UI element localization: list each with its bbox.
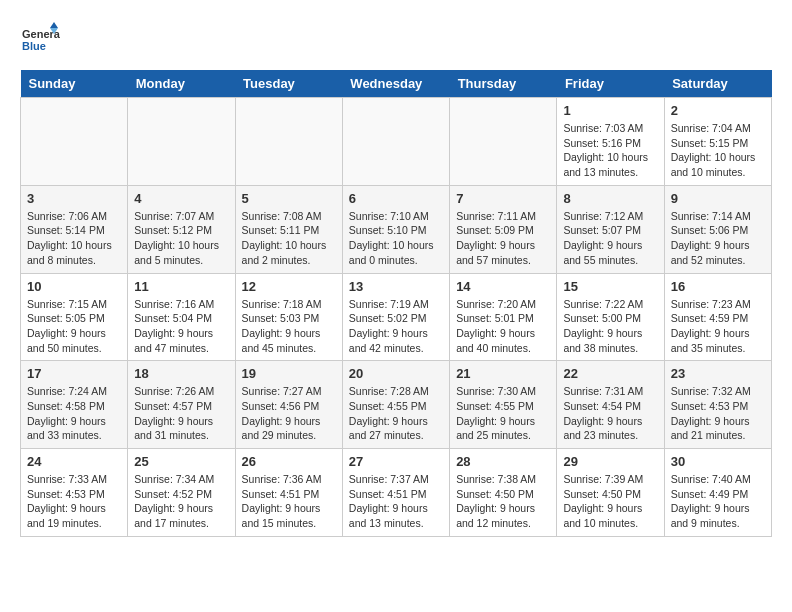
calendar-cell: 28Sunrise: 7:38 AM Sunset: 4:50 PM Dayli… bbox=[450, 449, 557, 537]
calendar-cell: 26Sunrise: 7:36 AM Sunset: 4:51 PM Dayli… bbox=[235, 449, 342, 537]
day-number: 8 bbox=[563, 191, 657, 206]
day-info: Sunrise: 7:07 AM Sunset: 5:12 PM Dayligh… bbox=[134, 209, 228, 268]
calendar-cell: 10Sunrise: 7:15 AM Sunset: 5:05 PM Dayli… bbox=[21, 273, 128, 361]
day-number: 22 bbox=[563, 366, 657, 381]
svg-text:Blue: Blue bbox=[22, 40, 46, 52]
calendar-body: 1Sunrise: 7:03 AM Sunset: 5:16 PM Daylig… bbox=[21, 98, 772, 537]
day-number: 2 bbox=[671, 103, 765, 118]
day-number: 13 bbox=[349, 279, 443, 294]
day-number: 17 bbox=[27, 366, 121, 381]
day-info: Sunrise: 7:23 AM Sunset: 4:59 PM Dayligh… bbox=[671, 297, 765, 356]
day-of-week-header: Monday bbox=[128, 70, 235, 98]
calendar-cell bbox=[235, 98, 342, 186]
day-info: Sunrise: 7:37 AM Sunset: 4:51 PM Dayligh… bbox=[349, 472, 443, 531]
calendar-cell: 17Sunrise: 7:24 AM Sunset: 4:58 PM Dayli… bbox=[21, 361, 128, 449]
day-number: 15 bbox=[563, 279, 657, 294]
calendar-cell: 20Sunrise: 7:28 AM Sunset: 4:55 PM Dayli… bbox=[342, 361, 449, 449]
day-info: Sunrise: 7:15 AM Sunset: 5:05 PM Dayligh… bbox=[27, 297, 121, 356]
day-of-week-header: Friday bbox=[557, 70, 664, 98]
calendar-cell bbox=[128, 98, 235, 186]
day-number: 23 bbox=[671, 366, 765, 381]
day-number: 10 bbox=[27, 279, 121, 294]
day-info: Sunrise: 7:26 AM Sunset: 4:57 PM Dayligh… bbox=[134, 384, 228, 443]
day-info: Sunrise: 7:31 AM Sunset: 4:54 PM Dayligh… bbox=[563, 384, 657, 443]
day-number: 29 bbox=[563, 454, 657, 469]
header: General Blue bbox=[20, 20, 772, 60]
day-number: 16 bbox=[671, 279, 765, 294]
calendar-cell: 29Sunrise: 7:39 AM Sunset: 4:50 PM Dayli… bbox=[557, 449, 664, 537]
calendar-cell bbox=[342, 98, 449, 186]
day-number: 21 bbox=[456, 366, 550, 381]
calendar-cell: 2Sunrise: 7:04 AM Sunset: 5:15 PM Daylig… bbox=[664, 98, 771, 186]
calendar-cell: 8Sunrise: 7:12 AM Sunset: 5:07 PM Daylig… bbox=[557, 185, 664, 273]
calendar-header-row: SundayMondayTuesdayWednesdayThursdayFrid… bbox=[21, 70, 772, 98]
calendar-cell: 7Sunrise: 7:11 AM Sunset: 5:09 PM Daylig… bbox=[450, 185, 557, 273]
calendar-cell: 23Sunrise: 7:32 AM Sunset: 4:53 PM Dayli… bbox=[664, 361, 771, 449]
calendar-week-row: 17Sunrise: 7:24 AM Sunset: 4:58 PM Dayli… bbox=[21, 361, 772, 449]
day-info: Sunrise: 7:20 AM Sunset: 5:01 PM Dayligh… bbox=[456, 297, 550, 356]
day-info: Sunrise: 7:16 AM Sunset: 5:04 PM Dayligh… bbox=[134, 297, 228, 356]
day-number: 9 bbox=[671, 191, 765, 206]
day-info: Sunrise: 7:14 AM Sunset: 5:06 PM Dayligh… bbox=[671, 209, 765, 268]
day-number: 6 bbox=[349, 191, 443, 206]
day-number: 1 bbox=[563, 103, 657, 118]
day-of-week-header: Wednesday bbox=[342, 70, 449, 98]
calendar-cell: 27Sunrise: 7:37 AM Sunset: 4:51 PM Dayli… bbox=[342, 449, 449, 537]
logo: General Blue bbox=[20, 20, 64, 60]
day-info: Sunrise: 7:22 AM Sunset: 5:00 PM Dayligh… bbox=[563, 297, 657, 356]
calendar-cell: 21Sunrise: 7:30 AM Sunset: 4:55 PM Dayli… bbox=[450, 361, 557, 449]
day-info: Sunrise: 7:36 AM Sunset: 4:51 PM Dayligh… bbox=[242, 472, 336, 531]
day-info: Sunrise: 7:40 AM Sunset: 4:49 PM Dayligh… bbox=[671, 472, 765, 531]
day-info: Sunrise: 7:30 AM Sunset: 4:55 PM Dayligh… bbox=[456, 384, 550, 443]
day-info: Sunrise: 7:19 AM Sunset: 5:02 PM Dayligh… bbox=[349, 297, 443, 356]
day-info: Sunrise: 7:39 AM Sunset: 4:50 PM Dayligh… bbox=[563, 472, 657, 531]
day-number: 26 bbox=[242, 454, 336, 469]
day-number: 19 bbox=[242, 366, 336, 381]
calendar-cell: 30Sunrise: 7:40 AM Sunset: 4:49 PM Dayli… bbox=[664, 449, 771, 537]
day-number: 25 bbox=[134, 454, 228, 469]
calendar-cell: 25Sunrise: 7:34 AM Sunset: 4:52 PM Dayli… bbox=[128, 449, 235, 537]
day-of-week-header: Thursday bbox=[450, 70, 557, 98]
calendar-cell: 9Sunrise: 7:14 AM Sunset: 5:06 PM Daylig… bbox=[664, 185, 771, 273]
calendar-cell: 4Sunrise: 7:07 AM Sunset: 5:12 PM Daylig… bbox=[128, 185, 235, 273]
calendar-cell bbox=[21, 98, 128, 186]
calendar-cell: 18Sunrise: 7:26 AM Sunset: 4:57 PM Dayli… bbox=[128, 361, 235, 449]
day-info: Sunrise: 7:34 AM Sunset: 4:52 PM Dayligh… bbox=[134, 472, 228, 531]
day-number: 20 bbox=[349, 366, 443, 381]
calendar-cell: 16Sunrise: 7:23 AM Sunset: 4:59 PM Dayli… bbox=[664, 273, 771, 361]
calendar-cell: 14Sunrise: 7:20 AM Sunset: 5:01 PM Dayli… bbox=[450, 273, 557, 361]
day-info: Sunrise: 7:10 AM Sunset: 5:10 PM Dayligh… bbox=[349, 209, 443, 268]
day-info: Sunrise: 7:24 AM Sunset: 4:58 PM Dayligh… bbox=[27, 384, 121, 443]
day-number: 4 bbox=[134, 191, 228, 206]
calendar-cell: 11Sunrise: 7:16 AM Sunset: 5:04 PM Dayli… bbox=[128, 273, 235, 361]
day-number: 30 bbox=[671, 454, 765, 469]
day-info: Sunrise: 7:12 AM Sunset: 5:07 PM Dayligh… bbox=[563, 209, 657, 268]
calendar-cell: 3Sunrise: 7:06 AM Sunset: 5:14 PM Daylig… bbox=[21, 185, 128, 273]
calendar-cell: 5Sunrise: 7:08 AM Sunset: 5:11 PM Daylig… bbox=[235, 185, 342, 273]
day-number: 5 bbox=[242, 191, 336, 206]
day-of-week-header: Saturday bbox=[664, 70, 771, 98]
calendar-week-row: 3Sunrise: 7:06 AM Sunset: 5:14 PM Daylig… bbox=[21, 185, 772, 273]
day-info: Sunrise: 7:18 AM Sunset: 5:03 PM Dayligh… bbox=[242, 297, 336, 356]
calendar-cell: 19Sunrise: 7:27 AM Sunset: 4:56 PM Dayli… bbox=[235, 361, 342, 449]
day-number: 3 bbox=[27, 191, 121, 206]
day-info: Sunrise: 7:03 AM Sunset: 5:16 PM Dayligh… bbox=[563, 121, 657, 180]
calendar-cell: 13Sunrise: 7:19 AM Sunset: 5:02 PM Dayli… bbox=[342, 273, 449, 361]
day-info: Sunrise: 7:04 AM Sunset: 5:15 PM Dayligh… bbox=[671, 121, 765, 180]
day-number: 24 bbox=[27, 454, 121, 469]
day-info: Sunrise: 7:27 AM Sunset: 4:56 PM Dayligh… bbox=[242, 384, 336, 443]
calendar-week-row: 24Sunrise: 7:33 AM Sunset: 4:53 PM Dayli… bbox=[21, 449, 772, 537]
day-info: Sunrise: 7:08 AM Sunset: 5:11 PM Dayligh… bbox=[242, 209, 336, 268]
day-info: Sunrise: 7:06 AM Sunset: 5:14 PM Dayligh… bbox=[27, 209, 121, 268]
day-of-week-header: Sunday bbox=[21, 70, 128, 98]
day-number: 18 bbox=[134, 366, 228, 381]
day-info: Sunrise: 7:11 AM Sunset: 5:09 PM Dayligh… bbox=[456, 209, 550, 268]
day-info: Sunrise: 7:32 AM Sunset: 4:53 PM Dayligh… bbox=[671, 384, 765, 443]
day-info: Sunrise: 7:38 AM Sunset: 4:50 PM Dayligh… bbox=[456, 472, 550, 531]
calendar-week-row: 1Sunrise: 7:03 AM Sunset: 5:16 PM Daylig… bbox=[21, 98, 772, 186]
day-number: 12 bbox=[242, 279, 336, 294]
calendar-cell: 22Sunrise: 7:31 AM Sunset: 4:54 PM Dayli… bbox=[557, 361, 664, 449]
calendar-cell: 24Sunrise: 7:33 AM Sunset: 4:53 PM Dayli… bbox=[21, 449, 128, 537]
calendar-week-row: 10Sunrise: 7:15 AM Sunset: 5:05 PM Dayli… bbox=[21, 273, 772, 361]
day-number: 28 bbox=[456, 454, 550, 469]
